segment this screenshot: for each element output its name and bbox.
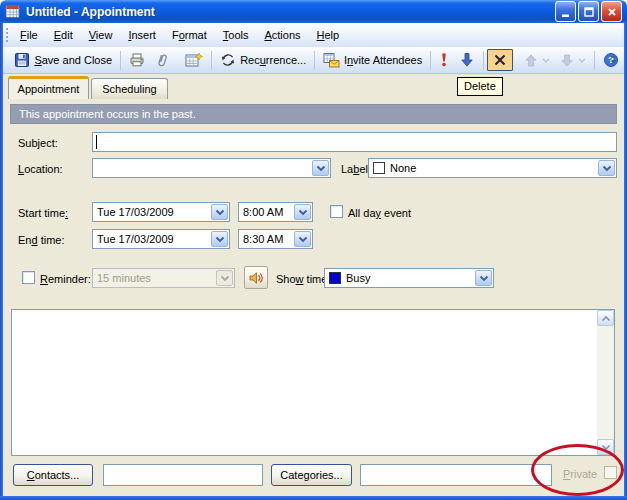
show-time-as-value-text: Busy [346,272,370,284]
reminder-value: 15 minutes [93,272,215,284]
menu-item-format[interactable]: Format [164,27,215,44]
minimize-icon [559,5,573,19]
categories-button[interactable]: Categories... [271,464,352,486]
toolbar-separator [120,51,121,70]
private-label: Private [563,468,597,480]
tab-scheduling[interactable]: Scheduling [91,78,168,99]
end-time-dropdown-button[interactable] [294,231,311,247]
previous-item-button[interactable] [519,49,555,71]
print-button[interactable] [124,49,150,71]
menu-item-insert[interactable]: Insert [120,27,164,44]
past-appointment-banner: This appointment occurs in the past. [10,104,617,124]
maximize-button[interactable] [578,1,599,22]
chevron-down-icon [220,275,230,282]
menu-item-view[interactable]: View [81,27,121,44]
menu-item-actions[interactable]: Actions [256,27,308,44]
show-time-as-value: Busy [325,272,474,284]
tab-appointment[interactable]: Appointment [8,76,89,99]
scroll-up-button[interactable] [597,310,614,326]
subject-input[interactable] [92,132,617,152]
title-bar: Untitled - Appointment [0,0,627,23]
label-dropdown-button[interactable] [598,160,615,176]
minimize-button[interactable] [555,1,576,22]
arrow-up-icon [524,53,538,68]
menu-item-help[interactable]: Help [309,27,348,44]
reminder-dropdown-button [216,270,233,286]
recurrence-button[interactable]: Recurrence... [215,49,311,71]
label-none-swatch [373,162,385,174]
calendar-new-icon [185,52,203,68]
location-combobox[interactable] [92,158,331,178]
end-date-dropdown-button[interactable] [211,231,228,247]
chevron-up-icon [601,315,611,322]
chevron-down-icon [601,444,611,451]
importance-high-button[interactable] [434,49,454,71]
toolbar-separator [177,51,178,70]
end-time-value: 8:30 AM [239,233,293,245]
tab-appointment-label: Appointment [18,83,80,95]
contacts-input[interactable] [103,464,263,486]
window-border-left [0,23,3,500]
menu-item-file[interactable]: File [12,27,46,44]
end-date-combobox[interactable]: Tue 17/03/2009 [92,229,230,249]
toolbar-grip[interactable] [5,52,6,68]
importance-low-icon [459,52,475,68]
invite-attendees-label: Invite Attendees [344,54,422,66]
menu-item-tools[interactable]: Tools [215,27,257,44]
text-caret [96,135,97,149]
meeting-workspace-button[interactable] [180,49,208,71]
categories-button-label: Categories... [280,469,342,481]
reminder-label: Reminder: [40,273,91,285]
window-title: Untitled - Appointment [26,5,555,19]
delete-tooltip: Delete [457,77,503,96]
contacts-button[interactable]: Contacts... [13,464,93,486]
label-combobox[interactable]: None [368,158,617,178]
recurrence-icon [220,52,236,68]
chevron-down-icon [542,58,550,63]
chevron-down-icon [298,209,308,216]
chevron-down-icon [578,58,586,63]
menubar-grip[interactable] [5,27,9,43]
chevron-down-icon [602,165,612,172]
chevron-down-icon [215,236,225,243]
reminder-checkbox[interactable] [22,271,35,284]
notes-scrollbar[interactable] [597,310,614,455]
show-time-as-combobox[interactable]: Busy [324,268,494,288]
toolbar-options-button[interactable] [607,52,621,70]
all-day-event-checkbox[interactable] [330,205,343,218]
speaker-icon [248,270,264,286]
importance-low-button[interactable] [454,49,480,71]
scroll-down-button[interactable] [597,439,614,455]
contacts-button-label: Contacts... [27,469,80,481]
chevron-down-icon [215,209,225,216]
label-label: Label: [341,163,371,175]
end-time-combobox[interactable]: 8:30 AM [238,229,313,249]
notes-textarea[interactable] [11,309,615,456]
close-button[interactable] [601,1,622,22]
reminder-sound-button[interactable] [244,266,268,289]
toolbar-separator [430,51,431,70]
start-date-dropdown-button[interactable] [211,204,228,220]
reminder-combobox: 15 minutes [92,268,235,288]
menu-item-edit[interactable]: Edit [46,27,81,44]
insert-file-button[interactable] [150,49,174,71]
chevron-down-icon [298,236,308,243]
start-date-combobox[interactable]: Tue 17/03/2009 [92,202,230,222]
categories-input[interactable] [360,464,552,486]
importance-high-icon [439,52,449,68]
location-dropdown-button[interactable] [312,160,329,176]
chevron-down-icon [316,165,326,172]
start-time-combobox[interactable]: 8:00 AM [238,202,313,222]
show-time-as-dropdown-button[interactable] [475,270,492,286]
invite-attendees-button[interactable]: Invite Attendees [318,49,427,71]
subject-label: Subject: [18,137,58,149]
next-item-button[interactable] [555,49,591,71]
delete-button[interactable] [487,49,513,71]
start-time-dropdown-button[interactable] [294,204,311,220]
tab-scheduling-label: Scheduling [102,83,156,95]
calendar-app-icon [5,4,21,19]
printer-icon [129,52,145,68]
save-and-close-button[interactable]: Save and Close [9,49,117,71]
delete-x-icon [492,52,508,68]
menu-bar: FileEditViewInsertFormatToolsActionsHelp [3,23,624,47]
